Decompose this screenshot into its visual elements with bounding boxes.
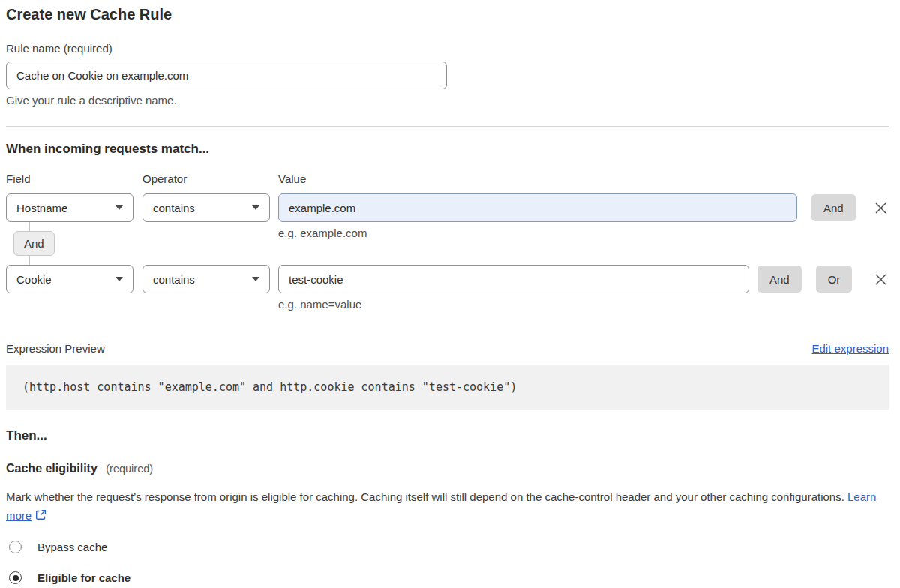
remove-condition-button[interactable] (872, 200, 889, 216)
required-note: (required) (106, 463, 153, 475)
add-and-condition-button[interactable]: And (758, 266, 802, 292)
chevron-down-icon (116, 277, 123, 281)
operator-select[interactable]: contains (142, 194, 270, 222)
rule-name-helper: Give your rule a descriptive name. (6, 94, 889, 106)
operator-column-label: Operator (142, 172, 278, 185)
add-and-condition-button[interactable]: And (812, 194, 856, 221)
rule-name-label: Rule name (required) (6, 42, 889, 56)
expression-preview-label: Expression Preview (6, 342, 105, 355)
cache-eligibility-description: Mark whether the request’s response from… (6, 488, 880, 526)
cache-eligibility-heading: Cache eligibility (required) (6, 461, 889, 476)
cache-eligibility-title: Cache eligibility (6, 462, 98, 475)
field-select-value: Cookie (16, 273, 52, 286)
connector-and-toggle[interactable]: And (14, 231, 55, 256)
field-column-label: Field (6, 172, 142, 185)
radio-dot (13, 575, 19, 581)
close-icon (874, 272, 888, 286)
then-heading: Then... (6, 428, 889, 443)
create-cache-rule-page: Create new Cache Rule Rule name (require… (0, 0, 900, 584)
expression-preview-header: Expression Preview Edit expression (6, 342, 889, 355)
external-link-icon (35, 507, 46, 526)
chevron-down-icon (116, 206, 123, 210)
operator-select-value: contains (153, 202, 195, 214)
page-title: Create new Cache Rule (6, 4, 889, 24)
condition-connector-area: And e.g. example.com (6, 222, 889, 265)
description-text: Mark whether the request’s response from… (6, 490, 844, 503)
close-icon (874, 201, 888, 215)
edit-expression-link[interactable]: Edit expression (812, 342, 889, 355)
condition-row: Cookie contains And Or (6, 265, 889, 293)
value-helper: e.g. name=value (278, 298, 889, 310)
value-helper: e.g. example.com (278, 226, 367, 239)
builder-column-labels: Field Operator Value (6, 172, 889, 185)
operator-select-value: contains (153, 273, 195, 286)
section-divider (6, 126, 889, 127)
add-or-condition-button[interactable]: Or (816, 266, 853, 292)
match-heading: When incoming requests match... (6, 142, 889, 157)
chevron-down-icon (252, 206, 260, 210)
radio-selected-icon[interactable] (9, 572, 22, 584)
radio-option-bypass-cache[interactable]: Bypass cache (6, 541, 889, 554)
value-column-label: Value (278, 172, 306, 185)
value-input[interactable] (278, 265, 749, 293)
radio-label: Eligible for cache (38, 572, 130, 584)
chevron-down-icon (252, 277, 260, 281)
value-input[interactable] (278, 194, 797, 222)
remove-condition-button[interactable] (872, 271, 889, 287)
radio-option-eligible-for-cache[interactable]: Eligible for cache (6, 572, 889, 584)
operator-select[interactable]: contains (142, 265, 270, 293)
radio-label: Bypass cache (38, 541, 107, 554)
rule-name-input[interactable] (6, 62, 447, 89)
field-select[interactable]: Cookie (6, 265, 134, 293)
radio-unselected-icon[interactable] (9, 541, 22, 554)
condition-row: Hostname contains And (6, 194, 889, 222)
field-select[interactable]: Hostname (6, 194, 134, 222)
field-select-value: Hostname (16, 202, 68, 214)
expression-code: (http.host contains "example.com" and ht… (6, 364, 889, 410)
